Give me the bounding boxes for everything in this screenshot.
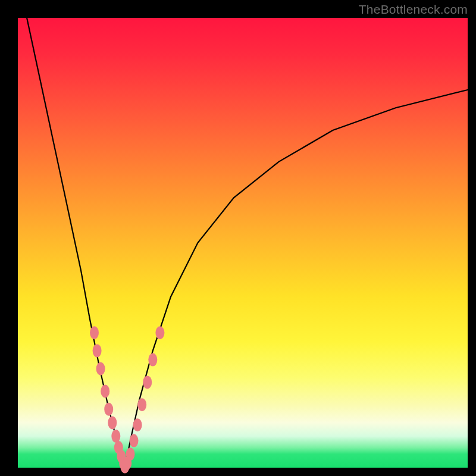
marker-bead — [143, 375, 152, 389]
marker-bead — [148, 353, 157, 367]
marker-bead — [96, 362, 105, 375]
curve-right-branch — [125, 90, 468, 468]
marker-bead — [93, 344, 102, 357]
marker-bead — [104, 403, 113, 416]
chart-frame: TheBottleneck.com — [0, 0, 476, 476]
marker-bead — [126, 447, 135, 461]
marker-bead — [133, 418, 142, 431]
curve-svg — [18, 18, 468, 468]
marker-bead — [130, 434, 139, 447]
watermark-text: TheBottleneck.com — [359, 2, 468, 17]
marker-bead — [101, 385, 109, 398]
marker-bead — [137, 398, 146, 411]
curve-left-branch — [27, 18, 125, 468]
marker-bead — [111, 430, 120, 443]
marker-bead — [155, 326, 164, 339]
plot-area — [18, 18, 468, 468]
marker-bead — [108, 416, 117, 429]
marker-bead — [90, 326, 99, 339]
